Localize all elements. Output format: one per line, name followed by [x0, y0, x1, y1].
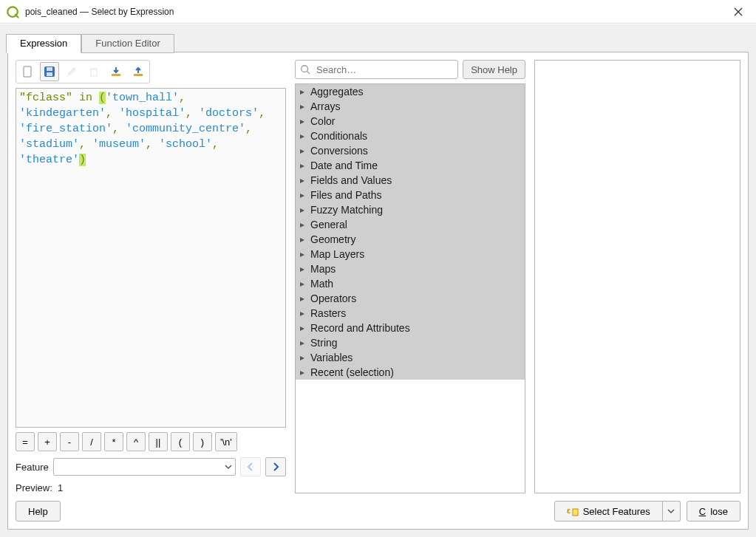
export-expression-button[interactable]: [129, 62, 148, 81]
function-category[interactable]: ▸Map Layers: [296, 247, 525, 261]
search-icon: [300, 64, 310, 75]
expression-token: ,: [212, 138, 219, 151]
help-pane: [534, 60, 740, 493]
expression-token: 'school': [159, 138, 212, 151]
svg-text:ε: ε: [567, 507, 571, 515]
svg-line-1: [16, 14, 18, 17]
app-icon: [6, 5, 19, 18]
function-category[interactable]: ▸Operators: [296, 291, 525, 306]
function-category[interactable]: ▸Recent (selection): [296, 365, 525, 380]
function-category[interactable]: ▸Record and Attributes: [296, 321, 525, 335]
preview-label: Preview:: [16, 482, 52, 493]
svg-rect-6: [47, 67, 52, 71]
expand-arrow-icon: ▸: [299, 264, 306, 274]
function-category[interactable]: ▸Fuzzy Matching: [296, 202, 525, 217]
save-expression-button[interactable]: [40, 62, 59, 81]
category-label: Color: [310, 115, 335, 127]
preview-row: Preview: 1: [16, 482, 286, 493]
search-input[interactable]: [315, 64, 453, 76]
expand-arrow-icon: ▸: [299, 219, 306, 230]
feature-next-button[interactable]: [265, 457, 286, 476]
expand-arrow-icon: ▸: [299, 323, 306, 333]
expand-arrow-icon: ▸: [299, 352, 306, 363]
expression-token: 'doctors': [199, 107, 259, 120]
function-category[interactable]: ▸Arrays: [296, 99, 525, 114]
operator-button[interactable]: -: [60, 432, 79, 451]
function-category[interactable]: ▸Maps: [296, 261, 525, 276]
close-button[interactable]: Close: [687, 501, 740, 521]
function-category[interactable]: ▸Aggregates: [296, 84, 525, 99]
expand-arrow-icon: ▸: [299, 146, 306, 156]
category-label: Fuzzy Matching: [310, 204, 383, 216]
function-category[interactable]: ▸Date and Time: [296, 158, 525, 173]
function-category[interactable]: ▸Conditionals: [296, 129, 525, 143]
function-category[interactable]: ▸Math: [296, 276, 525, 291]
expression-token: ,: [179, 92, 185, 104]
select-features-split-button: ε Select Features: [554, 501, 681, 521]
function-category[interactable]: ▸Variables: [296, 350, 525, 365]
search-row: Show Help: [295, 60, 525, 79]
window-close-button[interactable]: [725, 1, 752, 22]
operator-button[interactable]: ||: [149, 432, 168, 451]
category-label: Rasters: [310, 307, 346, 319]
svg-rect-4: [24, 66, 31, 77]
category-label: Geometry: [310, 233, 355, 245]
operator-button[interactable]: +: [38, 432, 57, 451]
svg-rect-15: [573, 509, 578, 516]
expand-arrow-icon: ▸: [299, 175, 306, 185]
operator-button[interactable]: (: [171, 432, 190, 451]
svg-rect-8: [91, 69, 97, 76]
operator-button[interactable]: /: [82, 432, 101, 451]
expression-token: 'town_hall': [106, 92, 179, 104]
function-list-pane: Show Help ▸Aggregates▸Arrays▸Color▸Condi…: [295, 60, 525, 493]
show-help-button[interactable]: Show Help: [463, 60, 525, 79]
window-title: pois_cleaned — Select by Expression: [25, 7, 725, 17]
expression-token: 'fire_station': [19, 123, 112, 135]
function-category[interactable]: ▸String: [296, 335, 525, 350]
help-button[interactable]: Help: [16, 501, 61, 521]
operator-button[interactable]: *: [104, 432, 123, 451]
expression-editor[interactable]: "fclass" in ('town_hall', 'kindegarten',…: [16, 88, 286, 428]
expand-arrow-icon: ▸: [299, 367, 306, 377]
operator-button[interactable]: =: [16, 432, 35, 451]
feature-label: Feature: [16, 462, 49, 473]
expand-arrow-icon: ▸: [299, 86, 306, 97]
category-label: Date and Time: [310, 160, 378, 171]
category-label: Variables: [310, 352, 353, 363]
function-category[interactable]: ▸Files and Paths: [296, 188, 525, 202]
expression-token: ,: [106, 107, 112, 120]
expand-arrow-icon: ▸: [299, 160, 306, 171]
chevron-down-icon: [667, 507, 675, 515]
expression-token: ,: [112, 123, 119, 135]
preview-value: 1: [58, 482, 63, 493]
expand-arrow-icon: ▸: [299, 101, 306, 112]
select-features-dropdown[interactable]: [663, 501, 681, 521]
expression-token: ,: [259, 107, 265, 120]
expand-arrow-icon: ▸: [299, 308, 306, 318]
function-tree[interactable]: ▸Aggregates▸Arrays▸Color▸Conditionals▸Co…: [295, 83, 525, 493]
new-expression-button[interactable]: [18, 62, 37, 81]
function-category[interactable]: ▸Color: [296, 114, 525, 129]
expression-token: in: [79, 92, 92, 104]
category-label: Conversions: [310, 145, 368, 157]
expression-token: ,: [185, 107, 192, 120]
category-label: Conditionals: [310, 130, 367, 142]
function-category[interactable]: ▸General: [296, 217, 525, 232]
operator-button[interactable]: '\n': [215, 432, 237, 451]
expression-token: ,: [146, 138, 152, 151]
function-category[interactable]: ▸Conversions: [296, 143, 525, 158]
search-box[interactable]: [295, 60, 458, 79]
category-label: Fields and Values: [310, 174, 392, 186]
import-expression-button[interactable]: [106, 62, 126, 81]
expand-arrow-icon: ▸: [299, 293, 306, 304]
select-features-label: Select Features: [583, 506, 650, 517]
operator-button[interactable]: ^: [126, 432, 146, 451]
select-features-button[interactable]: ε Select Features: [554, 501, 663, 521]
function-category[interactable]: ▸Fields and Values: [296, 173, 525, 188]
tab-expression[interactable]: Expression: [6, 34, 81, 53]
tab-function-editor[interactable]: Function Editor: [81, 34, 174, 53]
function-category[interactable]: ▸Rasters: [296, 306, 525, 321]
operator-button[interactable]: ): [193, 432, 212, 451]
function-category[interactable]: ▸Geometry: [296, 232, 525, 247]
feature-combo[interactable]: [53, 458, 236, 476]
